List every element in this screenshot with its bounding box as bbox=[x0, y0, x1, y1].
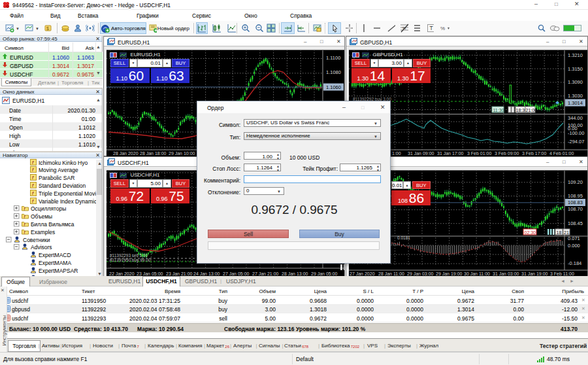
svg-text:$: $ bbox=[46, 26, 49, 31]
svg-text:3 Feb 17:00: 3 Feb 17:00 bbox=[522, 151, 546, 156]
svg-text:29 Jan 19:00: 29 Jan 19:00 bbox=[436, 271, 463, 276]
svg-text:-100.00: -100.00 bbox=[568, 130, 584, 136]
svg-text:-0.184: -0.184 bbox=[568, 260, 581, 266]
svg-text:108.45: 108.45 bbox=[568, 220, 583, 226]
svg-text:3 Feb 01:00: 3 Feb 01:00 bbox=[467, 151, 491, 156]
svg-text:1.3030: 1.3030 bbox=[568, 93, 583, 99]
svg-text:3 Feb 09:00: 3 Feb 09:00 bbox=[495, 151, 519, 156]
svg-text:3 Feb 11:00: 3 Feb 11:00 bbox=[550, 271, 574, 276]
svg-text:27 Jan 05:00: 27 Jan 05:00 bbox=[223, 271, 250, 276]
svg-text:1.1080: 1.1080 bbox=[326, 69, 341, 75]
svg-text:31 Jan 09:00: 31 Jan 09:00 bbox=[408, 151, 434, 156]
svg-text:1.3090: 1.3090 bbox=[568, 79, 583, 85]
svg-text:108.70: 108.70 bbox=[568, 206, 583, 212]
svg-text:-294.07: -294.07 bbox=[568, 139, 584, 145]
svg-text:1.3150: 1.3150 bbox=[568, 66, 583, 72]
svg-text:28 Jan 2020: 28 Jan 2020 bbox=[113, 151, 139, 156]
svg-text:23 Jan 05:00: 23 Jan 05:00 bbox=[137, 271, 163, 276]
svg-text:24 Jan 13:00: 24 Jan 13:00 bbox=[193, 271, 220, 276]
svg-text:1:00: 1:00 bbox=[392, 151, 401, 156]
svg-text:28 Jan 11:00: 28 Jan 11:00 bbox=[378, 271, 404, 276]
svg-text:0.071: 0.071 bbox=[568, 235, 580, 241]
svg-text:1.3014: 1.3014 bbox=[568, 100, 583, 106]
svg-text:02:30: 02:30 bbox=[525, 230, 536, 235]
svg-text:0.0181: 0.0181 bbox=[397, 235, 410, 240]
svg-text:31 Jan 17:00: 31 Jan 17:00 bbox=[437, 151, 464, 156]
svg-text:21:: 21: bbox=[564, 230, 570, 235]
svg-text:28 Jan 13:00: 28 Jan 13:00 bbox=[282, 271, 308, 276]
svg-text:23 Jan 21:00: 23 Jan 21:00 bbox=[166, 271, 193, 276]
svg-text:18: 18 bbox=[557, 230, 562, 235]
svg-text:1.3210: 1.3210 bbox=[568, 52, 583, 58]
svg-text:29 Jan 05:00: 29 Jan 05:00 bbox=[311, 271, 338, 276]
svg-text:%: % bbox=[440, 26, 445, 31]
svg-text:0.000: 0.000 bbox=[568, 243, 580, 249]
svg-text:27 Jan 21:00: 27 Jan 21:00 bbox=[252, 271, 279, 276]
svg-text:28 Jan 18:00: 28 Jan 18:00 bbox=[140, 151, 167, 156]
svg-text:11:30: 11:30 bbox=[493, 108, 504, 113]
svg-text:22 Jan 2020: 22 Jan 2020 bbox=[109, 271, 135, 276]
svg-text:344.00: 344.00 bbox=[568, 115, 583, 121]
svg-text:108.83: 108.83 bbox=[568, 200, 583, 205]
svg-text:1.1060: 1.1060 bbox=[326, 84, 341, 90]
svg-text:#11392293 sell 5.00: #11392293 sell 5.00 bbox=[110, 253, 148, 258]
svg-text:%: % bbox=[402, 26, 406, 30]
svg-text:109.20: 109.20 bbox=[568, 179, 583, 185]
svg-text:31 Jan 03:00: 31 Jan 03:00 bbox=[493, 271, 519, 276]
svg-text:4 Feb 01:00: 4 Feb 01:00 bbox=[549, 151, 574, 156]
svg-text:31 Jan 19:00: 31 Jan 19:00 bbox=[521, 271, 548, 276]
svg-text:21:00: 21:00 bbox=[526, 108, 538, 113]
svg-text:T: T bbox=[430, 25, 433, 31]
svg-text:1.1100: 1.1100 bbox=[326, 55, 340, 61]
svg-text:108.95: 108.95 bbox=[568, 193, 583, 199]
svg-text:29 Jan 03:00: 29 Jan 03:00 bbox=[407, 271, 434, 276]
svg-text:30 Jan 11:00: 30 Jan 11:00 bbox=[464, 271, 490, 276]
svg-text:27 Jan 2020: 27 Jan 2020 bbox=[350, 271, 375, 276]
svg-text:29 Jan 10:00: 29 Jan 10:00 bbox=[169, 151, 195, 156]
